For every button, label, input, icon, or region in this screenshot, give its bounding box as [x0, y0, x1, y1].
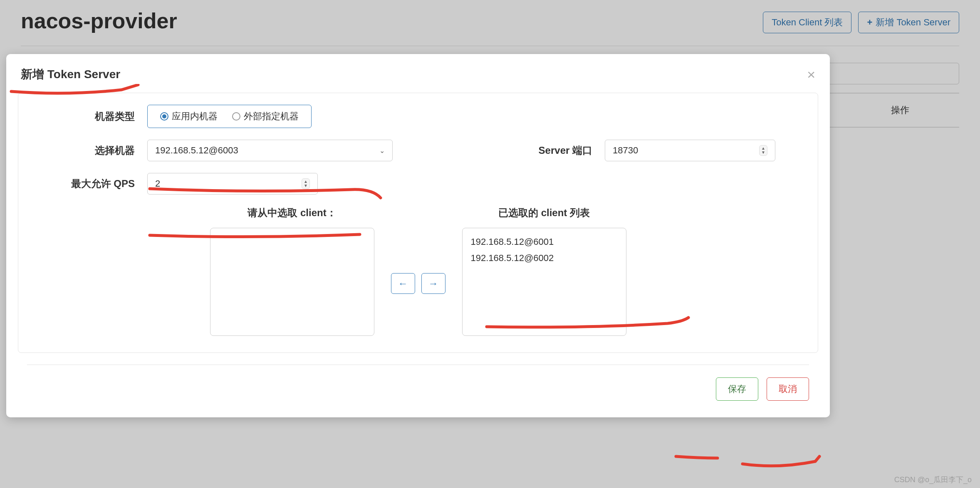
move-left-button[interactable]: ←	[391, 273, 415, 294]
selected-clients-list[interactable]: 192.168.5.12@6001192.168.5.12@6002	[462, 228, 626, 336]
cancel-button[interactable]: 取消	[767, 377, 809, 401]
list-item[interactable]: 192.168.5.12@6002	[471, 250, 618, 266]
selected-clients-label: 已选取的 client 列表	[498, 206, 590, 219]
radio-internal-machine[interactable]: 应用内机器	[160, 110, 218, 123]
stepper-icon[interactable]: ▲▼	[302, 178, 310, 189]
add-token-server-modal: 新增 Token Server × 机器类型 应用内机器 外部指定机器	[6, 54, 830, 417]
input-value: 2	[155, 178, 160, 189]
close-icon[interactable]: ×	[807, 67, 815, 81]
chevron-down-icon: ⌄	[379, 147, 385, 155]
modal-title: 新增 Token Server	[21, 67, 120, 82]
select-machine-dropdown[interactable]: 192.168.5.12@6003 ⌄	[147, 140, 393, 161]
max-qps-input[interactable]: 2 ▲▼	[147, 173, 318, 195]
stepper-icon[interactable]: ▲▼	[759, 145, 767, 156]
server-port-label: Server 端口	[517, 144, 592, 157]
available-clients-label: 请从中选取 client：	[247, 206, 336, 219]
machine-type-label: 机器类型	[43, 110, 135, 123]
list-item[interactable]: 192.168.5.12@6001	[471, 234, 618, 250]
radio-label: 应用内机器	[172, 110, 218, 123]
select-value: 192.168.5.12@6003	[155, 145, 238, 156]
move-right-button[interactable]: →	[421, 273, 445, 294]
arrow-left-icon: ←	[398, 278, 408, 289]
save-button[interactable]: 保存	[716, 377, 758, 401]
radio-label: 外部指定机器	[244, 110, 299, 123]
machine-type-radio-group: 应用内机器 外部指定机器	[147, 105, 312, 128]
watermark: CSDN @o_瓜田李下_o	[894, 475, 972, 485]
server-port-input[interactable]: 18730 ▲▼	[605, 140, 775, 161]
select-machine-label: 选择机器	[43, 144, 135, 157]
radio-icon	[232, 112, 240, 121]
available-clients-list[interactable]	[210, 228, 374, 336]
arrow-right-icon: →	[428, 278, 438, 289]
input-value: 18730	[613, 145, 638, 156]
radio-icon	[160, 112, 168, 121]
max-qps-label: 最大允许 QPS	[43, 177, 135, 190]
radio-external-machine[interactable]: 外部指定机器	[232, 110, 299, 123]
